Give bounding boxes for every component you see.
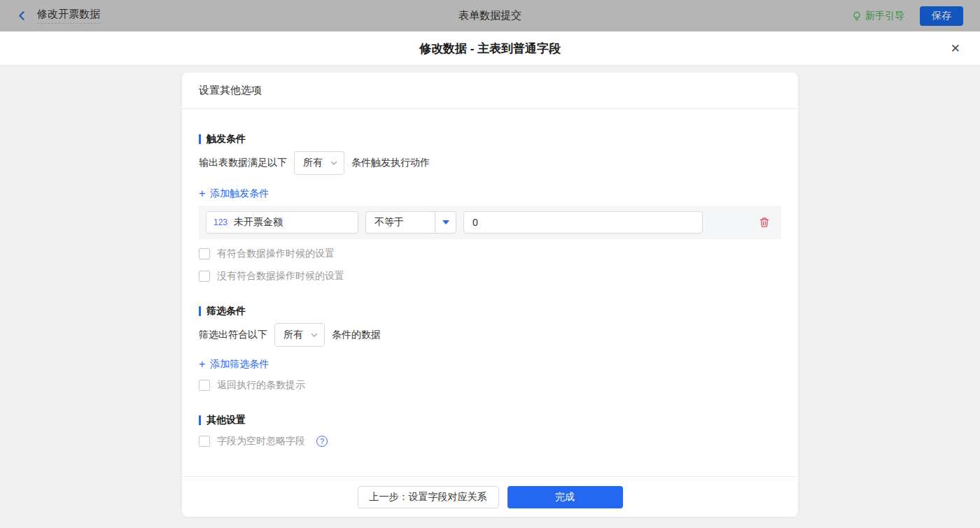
add-filter-condition-label: 添加筛选条件 [210, 358, 269, 371]
condition-value-input[interactable] [463, 211, 703, 234]
plus-icon: + [199, 359, 205, 370]
checkbox-return-count-hint[interactable] [199, 380, 210, 391]
topbar-left: 修改开票数据 [17, 8, 100, 24]
checkbox-no-matching-data[interactable] [199, 271, 210, 282]
number-field-type-icon: 123 [214, 217, 227, 227]
checkbox-label: 有符合数据操作时候的设置 [217, 248, 335, 260]
chevron-down-icon [330, 159, 338, 167]
section-accent-bar [199, 306, 201, 316]
trigger-sentence-prefix: 输出表数据满足以下 [199, 157, 287, 169]
trash-icon [759, 217, 770, 228]
save-button[interactable]: 保存 [920, 6, 963, 26]
checkbox-row-ignore-empty-field: 字段为空时忽略字段 ? [199, 435, 781, 448]
trigger-sentence-suffix: 条件触发执行动作 [351, 157, 430, 169]
card-footer: 上一步：设置字段对应关系 完成 [182, 476, 798, 517]
help-question-icon[interactable]: ? [316, 436, 328, 447]
card-title: 设置其他选项 [182, 73, 798, 109]
card-body: 触发条件 输出表数据满足以下 所有 条件触发执行动作 + 添加触发条件 123 … [182, 109, 798, 476]
filter-sentence-suffix: 条件的数据 [332, 329, 381, 341]
trigger-match-select[interactable]: 所有 [294, 151, 344, 175]
checkbox-label: 返回执行的条数提示 [217, 379, 305, 392]
checkbox-has-matching-data[interactable] [199, 248, 210, 259]
add-filter-condition-link[interactable]: + 添加筛选条件 [199, 358, 269, 371]
condition-field-name: 未开票金额 [234, 216, 283, 229]
checkbox-row-no-matching-data: 没有符合数据操作时候的设置 [199, 270, 781, 283]
section-trigger-conditions: 触发条件 [199, 133, 781, 145]
modal-header: 修改数据 - 主表到普通字段 ✕ [0, 31, 980, 66]
add-trigger-condition-label: 添加触发条件 [210, 187, 269, 200]
dropdown-arrow-icon [442, 220, 449, 224]
topbar-right: 新手引导 保存 [852, 6, 963, 26]
condition-field-select[interactable]: 123 未开票金额 [206, 211, 358, 234]
trigger-rule-sentence: 输出表数据满足以下 所有 条件触发执行动作 [199, 151, 781, 175]
top-bar: 修改开票数据 表单数据提交 新手引导 保存 [0, 0, 980, 31]
chevron-down-icon [310, 331, 318, 339]
operator-dropdown-button[interactable] [435, 212, 456, 233]
checkbox-ignore-empty-field[interactable] [199, 436, 210, 447]
checkbox-row-return-count-hint: 返回执行的条数提示 [199, 379, 781, 392]
modal-body: 设置其他选项 触发条件 输出表数据满足以下 所有 条件触发执行动作 + 添加触发… [0, 66, 980, 528]
trigger-condition-row: 123 未开票金额 不等于 [199, 206, 781, 239]
lightbulb-icon [852, 10, 862, 21]
section-accent-bar [199, 415, 201, 425]
checkbox-label: 没有符合数据操作时候的设置 [217, 270, 344, 283]
close-icon[interactable]: ✕ [951, 43, 960, 55]
checkbox-row-has-matching-data: 有符合数据操作时候的设置 [199, 248, 781, 260]
section-filter-label: 筛选条件 [206, 305, 246, 317]
checkbox-label: 字段为空时忽略字段 [217, 435, 305, 448]
filter-rule-sentence: 筛选出符合以下 所有 条件的数据 [199, 323, 781, 347]
previous-step-button[interactable]: 上一步：设置字段对应关系 [358, 486, 499, 508]
plus-icon: + [199, 188, 205, 199]
filter-sentence-prefix: 筛选出符合以下 [199, 329, 267, 341]
modal-title: 修改数据 - 主表到普通字段 [419, 41, 561, 57]
filter-match-select[interactable]: 所有 [274, 323, 325, 347]
beginner-guide-label: 新手引导 [865, 10, 904, 22]
done-button[interactable]: 完成 [507, 486, 623, 508]
add-trigger-condition-link[interactable]: + 添加触发条件 [199, 187, 269, 200]
section-accent-bar [199, 134, 201, 144]
delete-condition-button[interactable] [759, 217, 770, 228]
section-filter-conditions: 筛选条件 [199, 305, 781, 317]
trigger-match-value: 所有 [303, 157, 323, 169]
beginner-guide-link[interactable]: 新手引导 [852, 10, 904, 22]
section-other-label: 其他设置 [206, 414, 246, 427]
flow-name[interactable]: 修改开票数据 [37, 8, 100, 24]
section-other-settings: 其他设置 [199, 414, 781, 427]
back-button[interactable] [17, 10, 27, 21]
condition-operator-select[interactable]: 不等于 [365, 211, 456, 234]
condition-operator-value: 不等于 [366, 212, 435, 233]
page-title: 表单数据提交 [0, 9, 980, 22]
settings-card: 设置其他选项 触发条件 输出表数据满足以下 所有 条件触发执行动作 + 添加触发… [182, 73, 798, 517]
chevron-left-icon [17, 10, 27, 21]
section-trigger-label: 触发条件 [206, 133, 246, 145]
filter-match-value: 所有 [284, 329, 303, 341]
